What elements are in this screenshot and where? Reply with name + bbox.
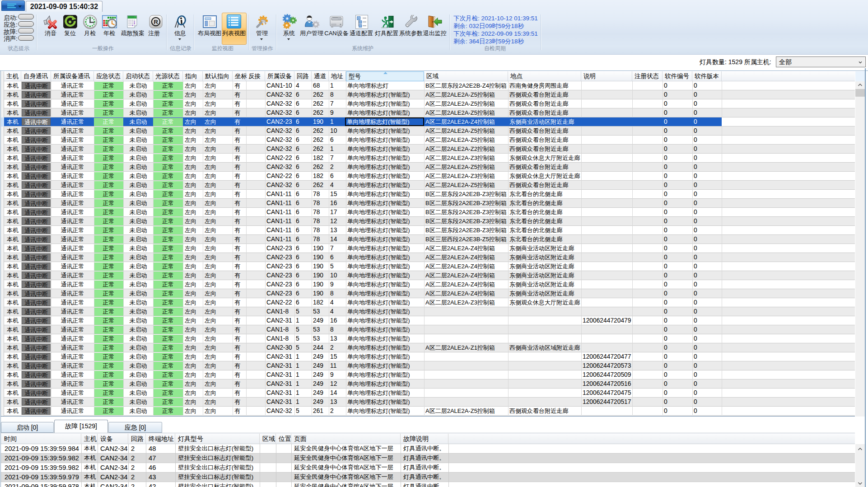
- svg-text:R: R: [154, 19, 158, 25]
